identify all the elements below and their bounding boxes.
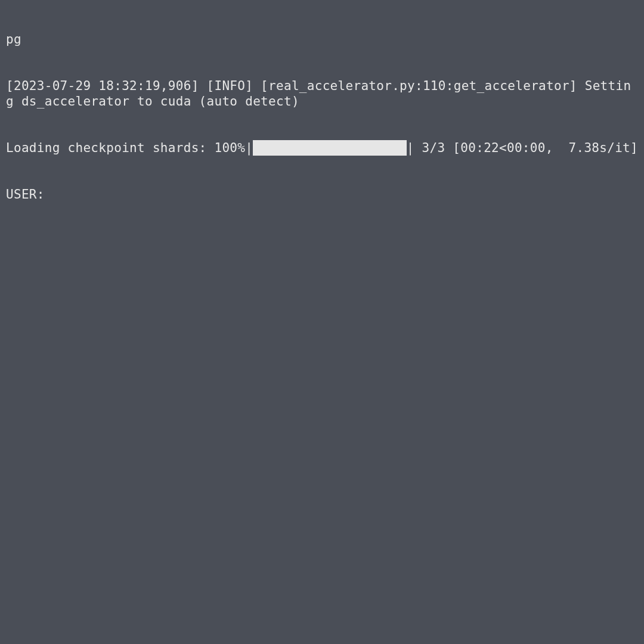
terminal-output[interactable]: pg [2023-07-29 18:32:19,906] [INFO] [rea…: [0, 0, 644, 218]
terminal-progress-line: Loading checkpoint shards: 100%|| 3/3 [0…: [6, 140, 638, 156]
terminal-line-pg: pg: [6, 32, 638, 47]
terminal-log-line: [2023-07-29 18:32:19,906] [INFO] [real_a…: [6, 78, 638, 109]
progress-bar: [253, 140, 407, 156]
progress-suffix: | 3/3 [00:22<00:00, 7.38s/it]: [407, 140, 638, 156]
terminal-user-prompt[interactable]: USER:: [6, 187, 638, 202]
progress-prefix: Loading checkpoint shards: 100%|: [6, 140, 253, 156]
